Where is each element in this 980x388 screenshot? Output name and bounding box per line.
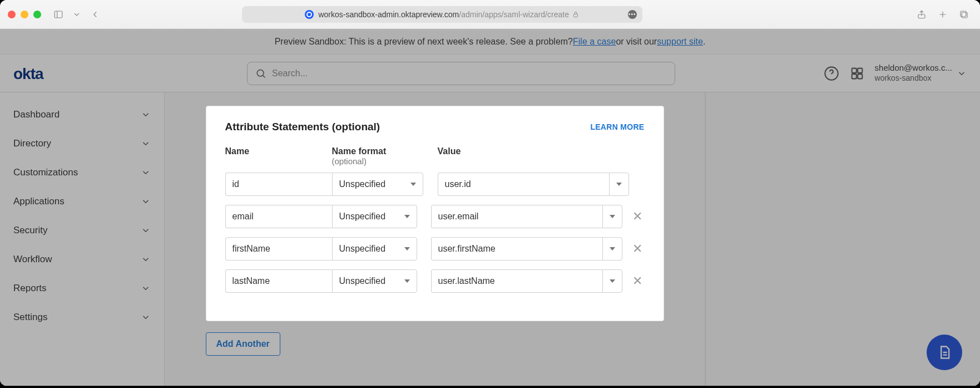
left-sidebar: DashboardDirectoryCustomizationsApplicat… <box>0 92 165 386</box>
attribute-row: Unspecified✕ <box>225 269 645 293</box>
chevron-down-icon <box>141 197 151 207</box>
banner-text-middle: or visit our <box>616 37 657 47</box>
share-icon[interactable] <box>913 7 930 22</box>
search-icon <box>255 68 266 79</box>
svg-line-9 <box>263 75 265 77</box>
svg-rect-0 <box>55 11 62 18</box>
window-controls[interactable] <box>8 11 41 18</box>
attribute-value-input[interactable] <box>431 269 602 293</box>
value-dropdown-button[interactable] <box>602 237 622 261</box>
okta-top-nav: okta Search... sheldon@workos.c... worko… <box>0 55 980 92</box>
url-host: workos-sandbox-admin.oktapreview.com <box>318 10 459 19</box>
name-format-select[interactable]: Unspecified <box>332 269 418 293</box>
sidebar-item-workflow[interactable]: Workflow <box>0 245 164 274</box>
user-org: workos-sandbox <box>875 73 952 84</box>
site-favicon-icon <box>305 10 314 19</box>
tab-group-menu-icon[interactable] <box>72 10 81 19</box>
sidebar-toggle-icon[interactable] <box>50 7 67 22</box>
chevron-down-icon <box>141 110 151 120</box>
chevron-down-icon <box>141 139 151 149</box>
sidebar-item-security[interactable]: Security <box>0 216 164 245</box>
user-email: sheldon@workos.c... <box>875 63 952 73</box>
okta-logo[interactable]: okta <box>13 65 65 82</box>
learn-more-link[interactable]: LEARN MORE <box>590 122 644 131</box>
help-fab-button[interactable] <box>927 335 962 370</box>
remove-row-button[interactable]: ✕ <box>630 240 645 257</box>
svg-rect-14 <box>852 74 856 78</box>
dropdown-caret-icon <box>404 247 410 251</box>
new-tab-icon[interactable] <box>934 7 951 22</box>
sidebar-item-label: Dashboard <box>13 109 60 120</box>
dropdown-caret-icon <box>404 215 410 218</box>
browser-toolbar: workos-sandbox-admin.oktapreview.com/adm… <box>0 0 980 29</box>
close-window-icon[interactable] <box>8 11 16 18</box>
column-header-name: Name <box>225 146 332 166</box>
sidebar-item-reports[interactable]: Reports <box>0 274 164 303</box>
global-search-input[interactable]: Search... <box>247 62 675 85</box>
chevron-down-icon <box>141 168 151 178</box>
sidebar-item-customizations[interactable]: Customizations <box>0 158 164 187</box>
dropdown-caret-icon <box>610 247 615 251</box>
attribute-value-input[interactable] <box>431 237 602 261</box>
add-another-button[interactable]: Add Another <box>206 332 280 356</box>
remove-row-button[interactable]: ✕ <box>630 208 645 225</box>
attribute-name-input[interactable] <box>225 237 332 261</box>
banner-text-prefix: Preview Sandbox: This is a preview of ne… <box>275 37 573 47</box>
site-settings-icon[interactable]: ••• <box>628 10 637 19</box>
attribute-name-input[interactable] <box>225 173 332 196</box>
column-header-format-sub: (optional) <box>332 156 438 166</box>
dropdown-caret-icon <box>410 183 416 186</box>
column-header-value: Value <box>438 146 461 166</box>
attribute-row: Unspecified✕ <box>225 205 645 228</box>
attribute-name-input[interactable] <box>225 269 332 293</box>
user-menu[interactable]: sheldon@workos.c... workos-sandbox <box>875 63 967 83</box>
back-button-icon[interactable] <box>87 7 103 22</box>
sidebar-item-label: Applications <box>13 196 65 207</box>
sidebar-item-label: Reports <box>13 283 47 294</box>
sidebar-item-settings[interactable]: Settings <box>0 303 164 332</box>
svg-rect-12 <box>852 68 856 72</box>
name-format-select[interactable]: Unspecified <box>332 173 423 196</box>
svg-point-8 <box>257 70 264 76</box>
preview-sandbox-banner: Preview Sandbox: This is a preview of ne… <box>0 29 980 55</box>
chevron-down-icon <box>957 68 967 78</box>
sidebar-item-applications[interactable]: Applications <box>0 187 164 216</box>
attribute-value-input[interactable] <box>431 205 602 228</box>
chevron-down-icon <box>141 225 151 235</box>
name-format-select[interactable]: Unspecified <box>332 205 418 228</box>
apps-grid-icon[interactable] <box>849 66 865 81</box>
svg-rect-15 <box>858 74 862 78</box>
file-case-link[interactable]: File a case <box>573 37 616 47</box>
chevron-down-icon <box>141 283 151 293</box>
sidebar-item-label: Settings <box>13 312 47 323</box>
support-site-link[interactable]: support site <box>657 37 703 47</box>
card-title: Attribute Statements (optional) <box>225 121 380 133</box>
sidebar-item-label: Security <box>13 225 47 236</box>
value-dropdown-button[interactable] <box>602 269 622 293</box>
svg-rect-2 <box>573 14 577 17</box>
remove-row-button[interactable]: ✕ <box>630 273 645 289</box>
sidebar-item-label: Directory <box>13 138 51 149</box>
banner-text-suffix: . <box>703 37 705 47</box>
help-icon[interactable] <box>824 66 839 81</box>
dropdown-caret-icon <box>610 215 615 218</box>
name-format-select[interactable]: Unspecified <box>332 237 418 261</box>
search-placeholder: Search... <box>272 68 308 78</box>
lock-icon <box>572 11 579 18</box>
svg-rect-13 <box>858 68 862 72</box>
sidebar-item-dashboard[interactable]: Dashboard <box>0 100 164 129</box>
value-dropdown-button[interactable] <box>609 173 629 196</box>
attribute-value-input[interactable] <box>438 173 609 196</box>
document-icon <box>937 345 952 360</box>
tab-overview-icon[interactable] <box>956 7 972 22</box>
minimize-window-icon[interactable] <box>21 11 28 18</box>
fullscreen-window-icon[interactable] <box>33 11 41 18</box>
sidebar-item-directory[interactable]: Directory <box>0 129 164 158</box>
sidebar-item-label: Workflow <box>13 254 52 265</box>
value-dropdown-button[interactable] <box>602 205 622 228</box>
address-bar[interactable]: workos-sandbox-admin.oktapreview.com/adm… <box>242 6 642 23</box>
attribute-row: Unspecified✕ <box>225 237 645 261</box>
column-header-format: Name format <box>332 146 387 156</box>
chevron-down-icon <box>141 312 151 322</box>
attribute-name-input[interactable] <box>225 205 332 228</box>
